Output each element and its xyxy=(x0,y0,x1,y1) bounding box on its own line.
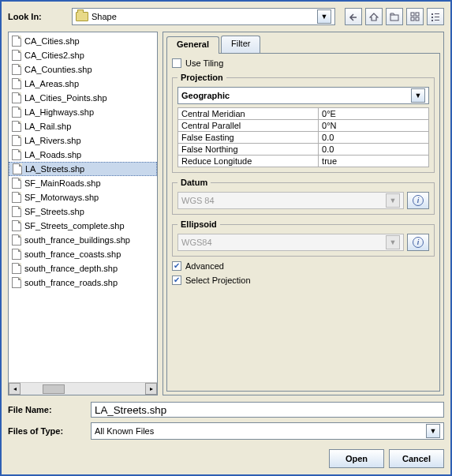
svg-rect-7 xyxy=(431,17,433,18)
param-value[interactable]: 0.0 xyxy=(319,132,429,144)
up-one-level-icon[interactable] xyxy=(345,8,362,25)
list-item[interactable]: SF_Motorways.shp xyxy=(9,190,157,204)
file-label: LA_Areas.shp xyxy=(24,79,79,88)
list-item[interactable]: SF_MainRoads.shp xyxy=(9,176,157,190)
list-item[interactable]: SF_Streets.shp xyxy=(9,204,157,219)
svg-rect-4 xyxy=(416,17,419,21)
h-scrollbar[interactable]: ◂ ▸ xyxy=(9,382,157,395)
file-icon xyxy=(12,206,21,217)
checkbox-icon: ✔ xyxy=(172,275,181,285)
chevron-down-icon[interactable]: ▼ xyxy=(317,9,331,24)
list-item[interactable]: SF_Streets_complete.shp xyxy=(9,219,157,233)
scroll-left-icon[interactable]: ◂ xyxy=(9,383,21,395)
checkbox-icon: ✔ xyxy=(172,261,181,271)
projection-value: Geographic xyxy=(181,91,230,100)
param-value[interactable]: true xyxy=(319,156,429,167)
ellipsoid-info-button[interactable]: i xyxy=(407,234,429,251)
projection-params-table: Central Meridian0°ECentral Parallel0°NFa… xyxy=(177,107,429,167)
table-row: Reduce Longitudetrue xyxy=(178,156,429,167)
file-list[interactable]: CA_Cities.shpCA_Cities2.shpCA_Counties.s… xyxy=(9,32,157,382)
ellipsoid-group: Ellipsoid WGS84 ▼ i xyxy=(172,219,435,257)
file-label: south_france_coasts.shp xyxy=(24,249,121,259)
ellipsoid-value: WGS84 xyxy=(181,238,212,247)
main-area: CA_Cities.shpCA_Cities2.shpCA_Counties.s… xyxy=(8,32,444,395)
use-tiling-checkbox[interactable]: Use Tiling xyxy=(172,58,435,68)
list-item[interactable]: south_france_coasts.shp xyxy=(9,247,157,261)
folder-icon xyxy=(76,12,88,21)
home-icon[interactable] xyxy=(365,8,383,25)
details-view-icon[interactable] xyxy=(427,8,444,25)
open-button[interactable]: Open xyxy=(329,449,384,468)
param-value[interactable]: 0°E xyxy=(319,108,429,120)
use-tiling-label: Use Tiling xyxy=(185,58,223,68)
file-icon xyxy=(12,135,21,146)
advanced-label: Advanced xyxy=(185,261,224,271)
advanced-checkbox[interactable]: ✔ Advanced xyxy=(172,261,435,271)
table-row: Central Parallel0°N xyxy=(178,120,429,132)
file-label: LA_Streets.shp xyxy=(25,164,84,174)
file-label: south_france_buildings.shp xyxy=(24,235,130,245)
list-item[interactable]: south_france_buildings.shp xyxy=(9,233,157,247)
chevron-down-icon[interactable]: ▼ xyxy=(411,88,425,103)
button-row: Open Cancel xyxy=(8,449,444,468)
list-item[interactable]: LA_Highways.shp xyxy=(9,105,157,119)
filename-row: File Name: xyxy=(8,402,444,418)
file-icon xyxy=(12,78,21,89)
file-label: south_france_depth.shp xyxy=(24,264,118,273)
file-label: LA_Highways.shp xyxy=(24,107,94,117)
tab-body-general: Use Tiling Projection Geographic ▼ Centr… xyxy=(166,53,440,392)
tab-filter[interactable]: Filter xyxy=(221,36,260,53)
scroll-thumb[interactable] xyxy=(43,384,65,394)
ellipsoid-legend: Ellipsoid xyxy=(177,219,220,229)
list-item[interactable]: LA_Rivers.shp xyxy=(9,133,157,148)
svg-rect-1 xyxy=(411,13,414,16)
list-item[interactable]: LA_Streets.shp xyxy=(9,162,157,176)
list-item[interactable]: CA_Counties.shp xyxy=(9,62,157,77)
filetype-combo[interactable]: All Known Files ▼ xyxy=(91,422,444,440)
file-icon xyxy=(12,92,21,103)
svg-rect-9 xyxy=(431,20,433,21)
list-item[interactable]: LA_Roads.shp xyxy=(9,148,157,162)
svg-rect-5 xyxy=(431,13,433,15)
new-folder-icon[interactable] xyxy=(386,8,403,25)
list-item[interactable]: south_france_depth.shp xyxy=(9,261,157,275)
datum-info-button[interactable]: i xyxy=(407,192,429,209)
list-item[interactable]: LA_Areas.shp xyxy=(9,77,157,91)
filetype-label: Files of Type: xyxy=(8,426,91,436)
select-projection-checkbox[interactable]: ✔ Select Projection xyxy=(172,275,435,285)
file-icon xyxy=(12,121,21,132)
bottom-area: File Name: Files of Type: All Known File… xyxy=(8,402,444,468)
param-name: Central Meridian xyxy=(178,108,319,120)
svg-rect-8 xyxy=(435,17,439,17)
param-value[interactable]: 0°N xyxy=(319,120,429,132)
param-value[interactable]: 0.0 xyxy=(319,144,429,156)
scroll-right-icon[interactable]: ▸ xyxy=(145,383,157,395)
filename-input[interactable] xyxy=(91,402,444,418)
filename-label: File Name: xyxy=(8,405,91,414)
cancel-button[interactable]: Cancel xyxy=(389,449,444,468)
file-icon xyxy=(12,50,21,61)
datum-group: Datum WGS 84 ▼ i xyxy=(172,178,435,215)
table-row: False Northing0.0 xyxy=(178,144,429,156)
tab-general[interactable]: General xyxy=(166,36,219,54)
list-item[interactable]: CA_Cities.shp xyxy=(9,34,157,48)
list-item[interactable]: south_france_roads.shp xyxy=(9,275,157,290)
projection-legend: Projection xyxy=(177,73,226,82)
file-icon xyxy=(12,192,21,203)
file-list-panel: CA_Cities.shpCA_Cities2.shpCA_Counties.s… xyxy=(8,32,158,395)
list-view-icon[interactable] xyxy=(406,8,424,25)
chevron-down-icon[interactable]: ▼ xyxy=(426,424,440,438)
info-icon: i xyxy=(413,237,424,248)
file-label: south_france_roads.shp xyxy=(24,278,118,287)
projection-combo[interactable]: Geographic ▼ xyxy=(177,87,429,104)
list-item[interactable]: LA_Cities_Points.shp xyxy=(9,91,157,105)
lookin-combo[interactable]: Shape ▼ xyxy=(72,8,335,25)
file-open-dialog: Look In: Shape ▼ CA_Cities.shpCA_Cities2… xyxy=(0,0,452,476)
list-item[interactable]: LA_Rail.shp xyxy=(9,119,157,133)
options-panel: General Filter Use Tiling Projection Geo… xyxy=(162,32,444,395)
file-label: LA_Rivers.shp xyxy=(24,136,81,145)
list-item[interactable]: CA_Cities2.shp xyxy=(9,48,157,62)
file-label: SF_Streets_complete.shp xyxy=(24,221,125,231)
file-label: LA_Roads.shp xyxy=(24,150,81,159)
file-icon xyxy=(12,178,21,189)
